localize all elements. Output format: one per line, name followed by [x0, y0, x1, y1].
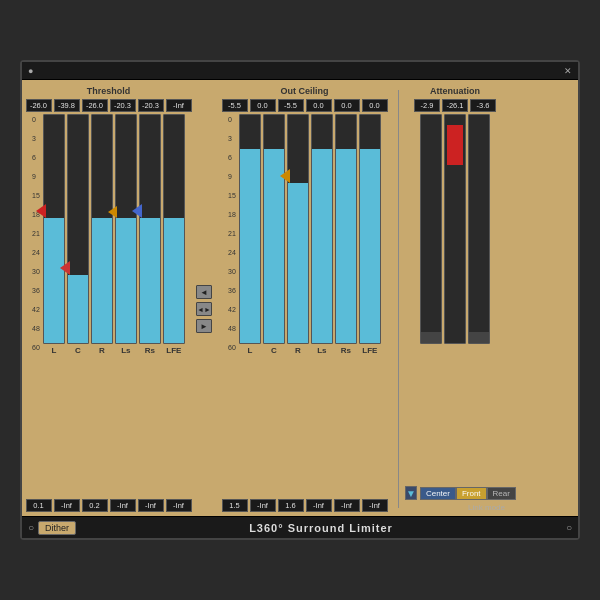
divider: [398, 90, 399, 508]
threshold-val-4[interactable]: -20.3: [138, 99, 164, 112]
threshold-val-1[interactable]: -39.8: [54, 99, 80, 112]
bottom-bar: ○ Dither L360° Surround Limiter ○: [22, 516, 578, 538]
middle-controls: ◄ ◄► ►: [194, 106, 214, 512]
threshold-val-2[interactable]: -26.0: [82, 99, 108, 112]
threshold-bottom-values: 0.1 -Inf 0.2 -Inf -Inf -Inf: [26, 499, 192, 512]
outceiling-val-5[interactable]: 0.0: [362, 99, 388, 112]
outceiling-faders: L C R: [239, 114, 381, 497]
outceiling-scale: 0 3 6 9 15 18 21 24 30 36 42 48 60: [228, 114, 236, 497]
outceiling-val-0[interactable]: -5.5: [222, 99, 248, 112]
threshold-values-row: -26.0 -39.8 -26.0 -20.3 -20.3 -Inf: [26, 99, 192, 112]
bottom-left-icon: ○: [28, 522, 34, 533]
outceiling-bval-4[interactable]: -Inf: [334, 499, 360, 512]
threshold-bval-4[interactable]: -Inf: [138, 499, 164, 512]
outceiling-bottom-values: 1.5 -Inf 1.6 -Inf -Inf -Inf: [222, 499, 388, 512]
attenuation-faders: [420, 114, 490, 480]
threshold-section: Threshold -26.0 -39.8 -26.0 -20.3 -20.3 …: [26, 86, 191, 512]
threshold-bval-2[interactable]: 0.2: [82, 499, 108, 512]
outceiling-title: Out Ceiling: [281, 86, 329, 96]
arrow-both-btn[interactable]: ◄►: [196, 302, 212, 316]
outceiling-val-4[interactable]: 0.0: [334, 99, 360, 112]
threshold-bval-5[interactable]: -Inf: [166, 499, 192, 512]
threshold-scale: 0 3 6 9 15 18 21 24 30 36 42 48 60: [32, 114, 40, 497]
threshold-bval-3[interactable]: -Inf: [110, 499, 136, 512]
top-bar: ● ✕: [22, 62, 578, 80]
link-mode-section: ▼ Center Front Rear Link mode: [405, 486, 505, 512]
att-val-2[interactable]: -3.6: [470, 99, 496, 112]
threshold-title: Threshold: [87, 86, 131, 96]
att-val-1[interactable]: -26.1: [442, 99, 468, 112]
link-tab-center[interactable]: Center: [420, 487, 456, 500]
outceiling-bval-0[interactable]: 1.5: [222, 499, 248, 512]
threshold-bval-0[interactable]: 0.1: [26, 499, 52, 512]
link-mode-checkbox[interactable]: ▼: [405, 486, 417, 500]
arrow-down-btn[interactable]: ►: [196, 319, 212, 333]
link-tab-rear[interactable]: Rear: [487, 487, 516, 500]
outceiling-val-2[interactable]: -5.5: [278, 99, 304, 112]
att-val-0[interactable]: -2.9: [414, 99, 440, 112]
plugin-title: L360° Surround Limiter: [249, 522, 393, 534]
threshold-val-3[interactable]: -20.3: [110, 99, 136, 112]
threshold-fader-R: R: [91, 114, 113, 497]
threshold-fader-C: C: [67, 114, 89, 497]
outceiling-fader-Ls: Ls: [311, 114, 333, 497]
main-area: Threshold -26.0 -39.8 -26.0 -20.3 -20.3 …: [22, 80, 578, 516]
top-bar-right: ✕: [564, 66, 572, 76]
threshold-val-0[interactable]: -26.0: [26, 99, 52, 112]
threshold-fader-L: L: [43, 114, 65, 497]
outceiling-bval-1[interactable]: -Inf: [250, 499, 276, 512]
attenuation-values-row: -2.9 -26.1 -3.6: [414, 99, 496, 112]
threshold-fader-Ls: Ls: [115, 114, 137, 497]
outceiling-fader-Rs: Rs: [335, 114, 357, 497]
att-fader-2: [468, 114, 490, 480]
outceiling-val-1[interactable]: 0.0: [250, 99, 276, 112]
dither-button[interactable]: Dither: [38, 521, 76, 535]
outceiling-bval-5[interactable]: -Inf: [362, 499, 388, 512]
attenuation-title: Attenuation: [430, 86, 480, 96]
outceiling-section: Out Ceiling -5.5 0.0 -5.5 0.0 0.0 0.0 0 …: [217, 86, 392, 512]
threshold-val-5[interactable]: -Inf: [166, 99, 192, 112]
bottom-right-icon: ○: [566, 522, 572, 533]
outceiling-fader-LFE: LFE: [359, 114, 381, 497]
link-tab-front[interactable]: Front: [456, 487, 487, 500]
plugin-container: ● ✕ Threshold -26.0 -39.8 -26.0 -20.3 -2…: [20, 60, 580, 540]
att-fader-1: [444, 114, 466, 480]
outceiling-val-3[interactable]: 0.0: [306, 99, 332, 112]
threshold-fader-LFE: LFE: [163, 114, 185, 497]
attenuation-section: Attenuation -2.9 -26.1 -3.6: [405, 86, 505, 512]
threshold-bval-1[interactable]: -Inf: [54, 499, 80, 512]
arrow-up-btn[interactable]: ◄: [196, 285, 212, 299]
outceiling-bval-3[interactable]: -Inf: [306, 499, 332, 512]
outceiling-bval-2[interactable]: 1.6: [278, 499, 304, 512]
outceiling-fader-L: L: [239, 114, 261, 497]
link-mode-label: Link mode: [405, 503, 505, 512]
outceiling-values-row: -5.5 0.0 -5.5 0.0 0.0 0.0: [222, 99, 388, 112]
outceiling-fader-R: R: [287, 114, 309, 497]
threshold-fader-Rs: Rs: [139, 114, 161, 497]
att-fader-0: [420, 114, 442, 480]
link-tabs: Center Front Rear: [420, 487, 516, 500]
threshold-faders: L C R: [43, 114, 185, 497]
top-bar-left: ●: [28, 66, 33, 76]
